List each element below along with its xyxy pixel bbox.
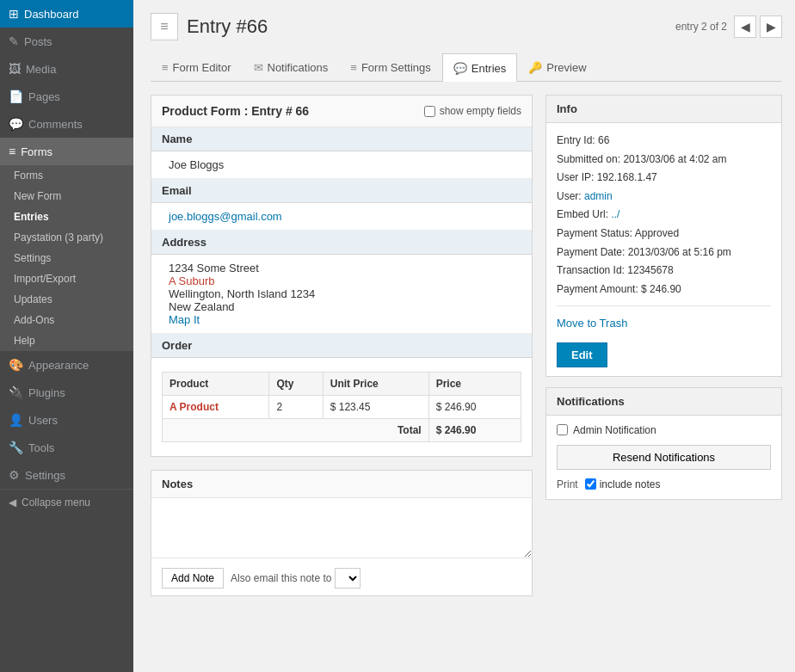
tab-preview[interactable]: 🔑 Preview bbox=[517, 53, 597, 81]
sidebar-item-plugins[interactable]: 🔌 Plugins bbox=[0, 379, 133, 406]
submitted-value: 2013/03/06 at 4:02 am bbox=[623, 153, 726, 165]
entries-tab-icon: 💬 bbox=[453, 62, 467, 75]
sidebar-item-appearance[interactable]: 🎨 Appearance bbox=[0, 351, 133, 379]
show-empty-fields: show empty fields bbox=[424, 105, 521, 117]
notes-textarea[interactable] bbox=[151, 498, 532, 558]
move-to-trash-link[interactable]: Move to Trash bbox=[557, 313, 627, 333]
sidebar-item-dashboard[interactable]: ⊞ Dashboard bbox=[0, 0, 133, 28]
include-notes-label: include notes bbox=[600, 478, 661, 490]
order-label: Order bbox=[151, 334, 532, 358]
submenu-import-export[interactable]: Import/Export bbox=[0, 268, 133, 289]
main-content: ≡ Entry #66 entry 2 of 2 ◀ ▶ ≡ Form Edit… bbox=[133, 0, 795, 672]
user-ip-label: User IP: bbox=[557, 171, 594, 183]
embed-url-row: Embed Url: ../ bbox=[557, 206, 771, 225]
divider bbox=[557, 305, 771, 306]
col-unit-price: Unit Price bbox=[323, 373, 428, 396]
sidebar-item-media[interactable]: 🖼 Media bbox=[0, 55, 133, 83]
submenu-help[interactable]: Help bbox=[0, 330, 133, 351]
submenu-add-ons[interactable]: Add-Ons bbox=[0, 310, 133, 330]
sidebar-comments-label: Comments bbox=[28, 118, 83, 131]
tab-entries[interactable]: 💬 Entries bbox=[442, 53, 517, 82]
submenu-forms[interactable]: Forms bbox=[0, 165, 133, 186]
user-ip-row: User IP: 192.168.1.47 bbox=[557, 169, 771, 188]
entry-id-label: Entry Id: bbox=[557, 134, 595, 146]
submenu-settings[interactable]: Settings bbox=[0, 248, 133, 268]
add-note-button[interactable]: Add Note bbox=[162, 568, 224, 589]
edit-button[interactable]: Edit bbox=[557, 342, 607, 367]
embed-url-link[interactable]: ../ bbox=[611, 208, 619, 220]
admin-notification-row: Admin Notification bbox=[557, 424, 771, 436]
product-link[interactable]: A Product bbox=[169, 401, 219, 413]
email-text: joe.bloggs@gmail.com bbox=[169, 210, 282, 223]
media-icon: 🖼 bbox=[9, 62, 21, 76]
submenu-entries-label: Entries bbox=[14, 211, 49, 223]
payment-amount-value: $ 246.90 bbox=[641, 283, 681, 295]
sidebar-item-posts[interactable]: ✎ Posts bbox=[0, 28, 133, 55]
prev-entry-button[interactable]: ◀ bbox=[734, 15, 756, 38]
sidebar-users-label: Users bbox=[28, 414, 58, 427]
map-it-link[interactable]: Map It bbox=[169, 313, 200, 326]
submenu-new-form-label: New Form bbox=[14, 190, 61, 202]
email-note-text: Also email this note to bbox=[231, 572, 331, 584]
next-entry-button[interactable]: ▶ bbox=[760, 15, 782, 38]
show-empty-fields-checkbox[interactable] bbox=[424, 106, 435, 117]
page-title: Entry #66 bbox=[187, 15, 268, 38]
plugins-icon: 🔌 bbox=[9, 385, 23, 399]
sidebar-item-users[interactable]: 👤 Users bbox=[0, 406, 133, 434]
submitted-label: Submitted on: bbox=[557, 153, 620, 165]
name-label: Name bbox=[151, 127, 532, 151]
sidebar-item-forms[interactable]: ≡ Forms bbox=[0, 138, 133, 165]
submenu-updates[interactable]: Updates bbox=[0, 289, 133, 310]
payment-date-value: 2013/03/06 at 5:16 pm bbox=[628, 246, 731, 258]
sidebar-dashboard-label: Dashboard bbox=[24, 8, 79, 21]
total-label: Total bbox=[163, 419, 429, 442]
sidebar-item-tools[interactable]: 🔧 Tools bbox=[0, 434, 133, 461]
qty-cell: 2 bbox=[269, 396, 323, 419]
address-label: Address bbox=[151, 231, 532, 255]
print-link[interactable]: Print bbox=[557, 478, 578, 490]
submenu-paystation[interactable]: Paystation (3 party) bbox=[0, 227, 133, 248]
submitted-row: Submitted on: 2013/03/06 at 4:02 am bbox=[557, 151, 771, 170]
sidebar-item-settings[interactable]: ⚙ Settings bbox=[0, 461, 133, 489]
forms-icon: ≡ bbox=[9, 145, 15, 158]
tab-form-settings-label: Form Settings bbox=[361, 61, 431, 74]
sidebar-item-pages[interactable]: 📄 Pages bbox=[0, 83, 133, 110]
collapse-menu-button[interactable]: ◀ Collapse menu bbox=[0, 489, 133, 515]
include-notes-checkbox[interactable] bbox=[585, 478, 596, 490]
tab-form-settings[interactable]: ≡ Form Settings bbox=[339, 53, 442, 81]
embed-url-label: Embed Url: bbox=[557, 208, 608, 220]
address-value: 1234 Some Street A Suburb Wellington, No… bbox=[151, 255, 532, 334]
tab-notifications[interactable]: ✉ Notifications bbox=[243, 53, 340, 81]
address-line1: 1234 Some Street bbox=[169, 262, 521, 274]
notes-footer: Add Note Also email this note to bbox=[151, 561, 532, 595]
submenu-new-form[interactable]: New Form bbox=[0, 186, 133, 207]
tab-form-editor[interactable]: ≡ Form Editor bbox=[151, 53, 243, 81]
entry-id-value: 66 bbox=[598, 134, 609, 146]
sidebar-pages-label: Pages bbox=[28, 90, 60, 103]
address-line3: Wellington, North Island 1234 bbox=[169, 287, 521, 300]
sidebar-item-comments[interactable]: 💬 Comments bbox=[0, 110, 133, 138]
payment-status-label: Payment Status: bbox=[557, 227, 632, 239]
resend-notifications-button[interactable]: Resend Notifications bbox=[557, 445, 771, 470]
entry-count: entry 2 of 2 bbox=[675, 21, 727, 33]
payment-date-label: Payment Date: bbox=[557, 246, 625, 258]
email-note-dropdown[interactable] bbox=[335, 568, 361, 589]
tab-bar: ≡ Form Editor ✉ Notifications ≡ Form Set… bbox=[151, 53, 782, 82]
user-link[interactable]: admin bbox=[584, 190, 613, 202]
sidebar-media-label: Media bbox=[26, 63, 56, 76]
tools-icon: 🔧 bbox=[9, 441, 23, 454]
payment-status-row: Payment Status: Approved bbox=[557, 225, 771, 244]
entry-navigation: entry 2 of 2 ◀ ▶ bbox=[675, 15, 782, 38]
admin-notification-checkbox[interactable] bbox=[557, 424, 568, 435]
submenu-entries[interactable]: Entries bbox=[0, 207, 133, 227]
sidebar-forms-label: Forms bbox=[21, 145, 52, 158]
total-row: Total $ 246.90 bbox=[163, 419, 521, 442]
submenu-forms-label: Forms bbox=[14, 170, 43, 182]
order-table: Product Qty Unit Price Price A Product bbox=[162, 372, 521, 442]
name-field: Name Joe Bloggs bbox=[151, 127, 532, 179]
right-sidebar: Info Entry Id: 66 Submitted on: 2013/03/… bbox=[545, 95, 782, 596]
pages-icon: 📄 bbox=[9, 89, 23, 103]
notifications-panel-header: Notifications bbox=[546, 388, 781, 416]
total-value: $ 246.90 bbox=[428, 419, 521, 442]
order-table-wrapper: Product Qty Unit Price Price A Product bbox=[151, 358, 532, 456]
